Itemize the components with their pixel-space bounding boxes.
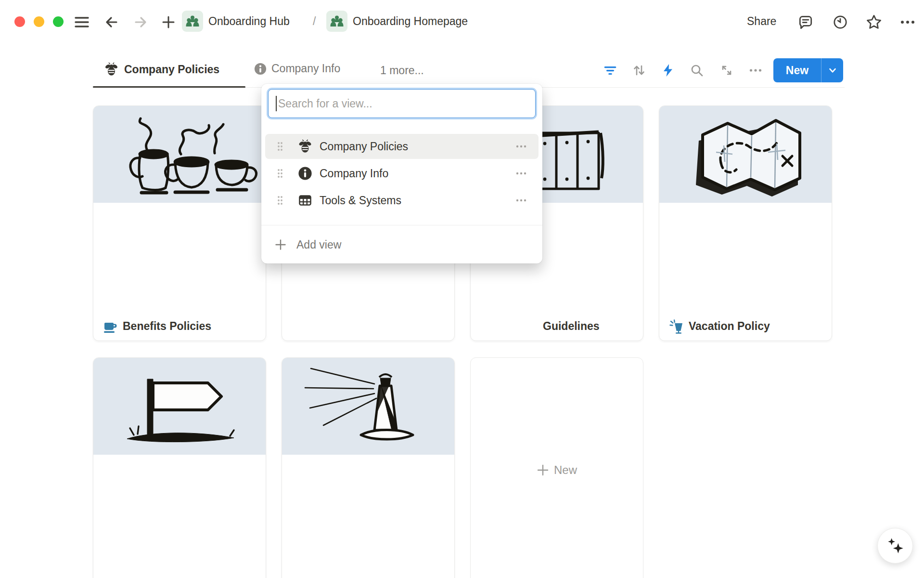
active-tab-underline — [93, 86, 245, 88]
add-view-label: Add view — [296, 238, 341, 251]
forward-icon[interactable] — [132, 13, 149, 31]
view-name: Tools & Systems — [320, 194, 515, 207]
info-icon — [254, 63, 267, 75]
sidebar-menu-icon[interactable] — [73, 13, 90, 31]
plus-icon — [274, 238, 287, 251]
plus-icon — [537, 464, 549, 476]
automations-lightning-icon[interactable] — [658, 61, 678, 80]
breadcrumb-separator: / — [313, 15, 316, 28]
card-title: Benefits Policies — [103, 316, 211, 336]
bee-icon — [298, 139, 312, 154]
coffee-cup-icon — [103, 319, 117, 334]
search-icon[interactable] — [687, 61, 706, 80]
card-title-text: Benefits Policies — [123, 316, 211, 336]
onboarding-hub-page-icon[interactable] — [182, 11, 203, 32]
more-views-link[interactable]: 1 more... — [380, 64, 424, 77]
table-icon — [298, 193, 312, 208]
close-window-button[interactable] — [14, 16, 25, 27]
maximize-window-button[interactable] — [53, 16, 64, 27]
favorite-star-icon[interactable] — [865, 13, 883, 31]
tab-label: Company Policies — [124, 63, 219, 76]
view-options-icon[interactable] — [515, 198, 528, 203]
vacation-drink-icon — [669, 319, 683, 334]
share-button[interactable]: Share — [747, 15, 776, 28]
minimize-window-button[interactable] — [34, 16, 44, 27]
new-page-icon[interactable] — [160, 13, 177, 31]
window-titlebar: Onboarding Hub / Onboarding Homepage Sha… — [0, 0, 924, 36]
menu-divider — [261, 225, 542, 225]
new-card-label-row: New — [471, 463, 643, 477]
breadcrumb-item-homepage[interactable]: Onboarding Homepage — [353, 15, 468, 28]
tab-company-policies[interactable]: Company Policies — [103, 62, 219, 77]
filter-icon[interactable] — [601, 61, 620, 80]
sparkles-icon — [885, 536, 905, 556]
guests-card-cover-image — [282, 358, 454, 455]
card-title-text: Guidelines — [543, 316, 600, 336]
drag-handle-icon[interactable] — [277, 141, 283, 152]
card-benefits-policies[interactable]: Benefits Policies Sandra Lukac Ana Ha Po… — [93, 105, 266, 341]
app-window: Onboarding Hub / Onboarding Homepage Sha… — [0, 0, 924, 578]
view-options-icon[interactable] — [515, 144, 528, 149]
more-options-icon[interactable] — [899, 13, 916, 31]
drag-handle-icon[interactable] — [277, 195, 283, 206]
view-settings-icon[interactable] — [746, 61, 765, 80]
benefits-card-cover-image — [93, 106, 266, 203]
bee-icon — [103, 62, 119, 77]
card-title: Guidelines — [543, 316, 600, 336]
new-button-group: New — [773, 58, 843, 82]
new-button[interactable]: New — [773, 58, 821, 82]
view-menu-item-tools-systems[interactable]: Tools & Systems — [265, 188, 539, 213]
view-name: Company Info — [320, 167, 515, 180]
view-menu-item-company-info[interactable]: Company Info — [265, 161, 539, 186]
add-view-button[interactable]: Add view — [265, 234, 539, 255]
ai-assistant-button[interactable] — [877, 528, 913, 564]
vacation-card-cover-image — [659, 106, 832, 203]
info-icon — [298, 166, 312, 181]
drag-handle-icon[interactable] — [277, 168, 283, 179]
card-title: Vacation Policy — [669, 316, 770, 336]
history-clock-icon[interactable] — [832, 13, 849, 31]
card-office-badge[interactable]: Requesting an Office Badge Sandra Lukac … — [93, 357, 266, 578]
new-button-dropdown[interactable] — [821, 58, 843, 82]
view-name: Company Policies — [320, 140, 515, 153]
tab-company-info[interactable]: Company Info — [254, 62, 340, 75]
sort-icon[interactable] — [629, 61, 649, 80]
expand-icon[interactable] — [717, 61, 736, 80]
view-search-input[interactable] — [268, 89, 536, 118]
view-menu-item-company-policies[interactable]: Company Policies — [265, 134, 539, 159]
new-card-label: New — [554, 463, 577, 477]
badge-card-cover-image — [93, 358, 266, 455]
breadcrumb-item-hub[interactable]: Onboarding Hub — [208, 15, 290, 28]
view-options-icon[interactable] — [515, 171, 528, 176]
card-title-text: Vacation Policy — [689, 316, 770, 336]
card-office-guests[interactable]: Office Guests Sandra Lukac Policies Abou… — [282, 357, 455, 578]
back-icon[interactable] — [103, 13, 120, 31]
tab-label: Company Info — [271, 62, 340, 75]
view-switcher-menu: Company Policies Company Info — [261, 84, 542, 263]
new-item-card[interactable]: New — [470, 357, 643, 578]
view-tabs-bar: Company Policies Company Info 1 more... — [0, 46, 924, 90]
comments-icon[interactable] — [797, 13, 814, 31]
onboarding-homepage-page-icon[interactable] — [326, 11, 347, 32]
card-vacation-policy[interactable]: Vacation Policy Sandra Lukac Ana Hau Pol… — [659, 105, 832, 341]
text-cursor — [276, 96, 277, 111]
